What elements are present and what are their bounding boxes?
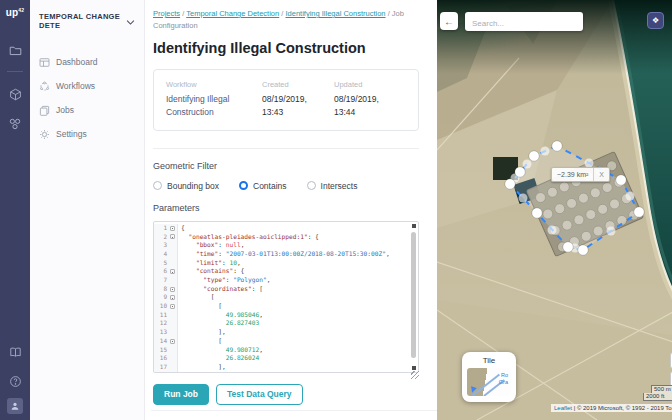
code-line: 8 "coordinates": [ <box>154 285 418 294</box>
code-line: 15 49.980712, <box>154 346 418 355</box>
radio-dot <box>307 181 316 190</box>
test-data-query-button[interactable]: Test Data Query <box>216 384 303 405</box>
parameters-editor[interactable]: 1{2 "oneatlas-pleiades-aoiclipped:1": {3… <box>153 221 419 373</box>
sidebar-item-dashboard[interactable]: Dashboard <box>39 50 135 74</box>
aoi-vertex-handle[interactable] <box>505 179 515 189</box>
radio-dot <box>239 181 248 190</box>
chevron-down-icon <box>126 12 135 30</box>
aoi-midpoint-handle[interactable] <box>523 160 532 169</box>
code-line: 4 "time": "2007-03-01T13:00:00Z/2018-08-… <box>154 250 418 259</box>
code-line: 17 ], <box>154 363 418 372</box>
aoi-vertex-handle[interactable] <box>552 141 562 151</box>
updated-value: 08/19/2019, 13:44 <box>334 93 406 118</box>
aoi-vertex-handle[interactable] <box>563 242 573 252</box>
code-line: 2 "oneatlas-pleiades-aoiclipped:1": { <box>154 233 418 242</box>
workflows-icon <box>39 81 50 92</box>
project-sidebar: TEMPORAL CHANGE DETE Dashboard Workflows… <box>30 0 145 420</box>
code-line: 13 ], <box>154 328 418 337</box>
fold-toggle-icon[interactable] <box>170 339 175 344</box>
editor-resize-grip[interactable] <box>411 371 419 379</box>
code-line: 10 [ <box>154 302 418 311</box>
aoi-vertex-handle[interactable] <box>532 208 542 218</box>
search-input[interactable] <box>465 14 583 33</box>
breadcrumb-job[interactable]: Identifying Illegal Construction <box>285 9 385 18</box>
documentation-book-icon[interactable] <box>9 346 22 359</box>
aoi-midpoint-handle[interactable] <box>607 227 616 236</box>
aoi-midpoint-handle[interactable] <box>548 226 557 235</box>
code-line: 9 [ <box>154 293 418 302</box>
fold-toggle-icon[interactable] <box>170 269 175 274</box>
code-line: 14 [ <box>154 337 418 346</box>
sidebar-item-settings[interactable]: Settings <box>39 122 135 146</box>
project-name: TEMPORAL CHANGE DETE <box>39 12 126 30</box>
tile-layer-control[interactable]: Tile Ro Gra <box>462 352 516 402</box>
tile-preview: Ro Gra <box>467 368 511 396</box>
job-configuration-page: Projects / Temporal Change Detection / I… <box>145 0 437 420</box>
projects-folder-icon[interactable] <box>9 44 22 57</box>
rail-divider <box>7 71 23 72</box>
fold-toggle-icon[interactable] <box>170 295 175 300</box>
geometric-filter-label: Geometric Filter <box>153 161 419 171</box>
code-line: 16 26.826024 <box>154 354 418 363</box>
editor-scroll-down[interactable] <box>412 366 416 370</box>
page-title: Identifying Illegal Construction <box>153 40 419 56</box>
measurement-tooltip: ~2.39 km² X <box>551 167 610 182</box>
leaflet-link[interactable]: Leaflet <box>554 405 572 411</box>
dashboard-icon <box>39 57 50 68</box>
aoi-midpoint-handle[interactable] <box>626 192 635 201</box>
aoi-vertex-handle[interactable] <box>529 151 539 161</box>
radio-bounding-box[interactable]: Bounding box <box>153 181 219 191</box>
editor-scrollbar[interactable] <box>411 230 417 364</box>
radio-contains[interactable]: Contains <box>239 181 287 191</box>
breadcrumb-projects[interactable]: Projects <box>153 9 180 18</box>
radio-dot <box>153 181 162 190</box>
breadcrumb-workflow[interactable]: Temporal Change Detection <box>186 9 279 18</box>
sidebar-item-jobs[interactable]: Jobs <box>39 98 135 122</box>
workflow-card: Workflow Identifying Illegal Constructio… <box>153 69 419 131</box>
back-button[interactable]: ← <box>440 12 458 30</box>
aoi-vertex-handle[interactable] <box>515 167 525 177</box>
locate-button[interactable]: ❖ <box>647 12 664 29</box>
help-icon[interactable] <box>9 375 22 388</box>
aoi-midpoint-handle[interactable] <box>519 194 528 203</box>
measurement-value: ~2.39 km² <box>552 168 593 181</box>
editor-scroll-thumb[interactable] <box>411 232 416 358</box>
code-line: 3 "bbox": null, <box>154 241 418 250</box>
fold-toggle-icon[interactable] <box>170 226 175 231</box>
workflow-label: Workflow <box>166 80 262 89</box>
code-line: 5 "limit": 10, <box>154 259 418 268</box>
editor-scroll-up[interactable] <box>412 224 416 228</box>
aoi-vertex-handle[interactable] <box>616 175 626 185</box>
created-label: Created <box>262 80 334 89</box>
map-search <box>465 12 583 31</box>
jobs-icon <box>39 105 50 116</box>
project-selector[interactable]: TEMPORAL CHANGE DETE <box>39 12 135 30</box>
aoi-vertex-handle[interactable] <box>634 207 644 217</box>
fold-toggle-icon[interactable] <box>170 287 175 292</box>
map-scale: 500 m 2000 ft <box>643 385 672 401</box>
crosshair-icon: ❖ <box>652 16 659 25</box>
fold-toggle-icon[interactable] <box>170 234 175 239</box>
app-window: up42 TEMPORAL CHANGE DETE <box>0 0 672 420</box>
map-canvas[interactable]: ← ❖ ~2.39 km² X Tile Ro Gra + − 500 m 20… <box>437 0 672 420</box>
code-line: 6 "contains": { <box>154 267 418 276</box>
blocks-cluster-icon[interactable] <box>8 117 22 131</box>
measurement-dismiss[interactable]: X <box>593 168 609 181</box>
updated-label: Updated <box>334 80 406 89</box>
tile-control-label: Tile <box>462 356 516 365</box>
radio-intersects[interactable]: Intersects <box>307 181 358 191</box>
fold-toggle-icon[interactable] <box>170 304 175 309</box>
up42-logo[interactable]: up42 <box>6 7 25 18</box>
aoi-vertex-handle[interactable] <box>578 245 588 255</box>
action-buttons: Run Job Test Data Query <box>153 384 419 405</box>
created-value: 08/19/2019, 13:43 <box>262 93 334 118</box>
user-avatar[interactable] <box>7 398 23 414</box>
aoi-midpoint-handle[interactable] <box>541 147 550 156</box>
workflow-link[interactable]: Identifying Illegal Construction <box>166 93 262 118</box>
scale-metric: 500 m <box>651 385 672 393</box>
catalog-cube-icon[interactable] <box>9 88 22 101</box>
sidebar-item-workflows[interactable]: Workflows <box>39 74 135 98</box>
icon-rail: up42 <box>0 0 30 420</box>
settings-icon <box>39 129 50 140</box>
run-job-button[interactable]: Run Job <box>153 384 209 405</box>
